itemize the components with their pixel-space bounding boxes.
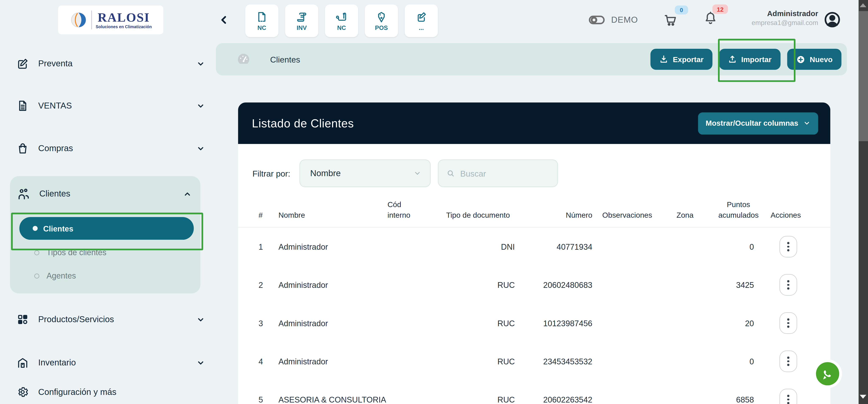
breadcrumb-title: Clientes [270, 55, 300, 64]
cell-tipo-documento: RUC [446, 278, 525, 292]
logo-divider [91, 10, 92, 29]
brand-tagline: Soluciones en Climatización [96, 25, 152, 29]
importar-button[interactable]: Importar [719, 49, 780, 70]
sidebar-item-configuracion[interactable]: Configuración y más [17, 380, 205, 404]
sidebar-item-label: Productos/Servicios [38, 315, 114, 324]
sidebar-item-label: Preventa [38, 59, 72, 69]
table-row: 2 Administrador RUC 20602480683 3425 [238, 266, 830, 304]
download-icon [659, 55, 669, 64]
quick-button-more[interactable]: ... [405, 4, 438, 37]
sidebar-collapse-chevron[interactable] [218, 13, 230, 27]
cell-num: 5 [258, 392, 278, 404]
search-placeholder: Buscar [460, 168, 486, 178]
show-hide-columns-button[interactable]: Mostrar/Ocultar columnas [698, 112, 818, 134]
user-name: Administrador [724, 9, 818, 18]
column-header-num: # [258, 210, 278, 220]
cell-num: 1 [258, 240, 278, 254]
table-header-row: # Nombre Cód interno Tipo de documento N… [238, 199, 830, 227]
quick-button-label: INV [297, 24, 307, 31]
button-label: Nuevo [810, 55, 833, 63]
chevron-down-icon [803, 120, 810, 127]
scrollbar[interactable] [859, 0, 868, 404]
cart-icon[interactable] [663, 12, 678, 27]
cell-nombre: Administrador [278, 354, 388, 369]
quick-button-label: NC [337, 24, 346, 31]
breadcrumb-bar: Clientes Exportar Importar [216, 43, 847, 75]
warehouse-icon [17, 356, 29, 369]
demo-mode-indicator[interactable]: DEMO [588, 13, 638, 27]
cell-nombre: ASESORIA & CONSULTORIA [278, 392, 388, 404]
sidebar-item-compras[interactable]: Compras [17, 136, 205, 161]
panel-title: Listado de Clientes [252, 117, 354, 130]
user-info[interactable]: Administrador empresa1@gmail.com [724, 9, 818, 27]
cell-tipo-documento: RUC [446, 316, 525, 330]
row-actions-kebab-button[interactable] [779, 312, 797, 334]
chevron-down-icon [196, 315, 205, 324]
quick-button-pos[interactable]: POS [365, 4, 398, 37]
cell-nombre: Administrador [278, 316, 388, 330]
app-window: RALOSI Soluciones en Climatización Preve… [0, 0, 868, 404]
sidebar-item-clientes[interactable]: Clientes [17, 182, 191, 206]
chevron-down-icon [414, 169, 422, 177]
quick-button-nc[interactable]: NC [245, 4, 278, 37]
sidebar-subitem-agentes[interactable]: Agentes [34, 269, 76, 283]
row-actions-kebab-button[interactable] [779, 350, 797, 372]
demo-label: DEMO [611, 15, 638, 25]
table-row: 1 Administrador DNI 40771934 0 [238, 228, 830, 266]
column-header-cod-interno: Cód interno [388, 199, 423, 220]
filter-selected-value: Nombre [310, 168, 341, 178]
globe-logo-icon [70, 11, 88, 29]
exportar-button[interactable]: Exportar [651, 49, 712, 70]
column-header-numero: Número [525, 210, 602, 220]
cell-numero: 20602263542 [525, 392, 602, 404]
cell-numero: 40771934 [525, 240, 602, 254]
column-header-acciones: Acciones [771, 210, 809, 220]
clientes-table: # Nombre Cód interno Tipo de documento N… [238, 199, 830, 404]
sidebar-item-ventas[interactable]: VENTAS [17, 93, 205, 118]
cell-numero: 20602480683 [525, 278, 602, 292]
scroll-down-arrow[interactable] [860, 395, 866, 399]
cell-puntos: 3425 [706, 278, 771, 292]
brand-name: RALOSI [98, 11, 150, 24]
toggle-switch-icon [588, 13, 606, 27]
sidebar-subitem-tipos-de-clientes[interactable]: Tipos de clientes [34, 246, 106, 259]
cell-num: 3 [258, 316, 278, 330]
button-label: Exportar [673, 55, 704, 63]
scroll-up-arrow[interactable] [860, 3, 866, 7]
quick-button-inv[interactable]: INV [285, 4, 318, 37]
chevron-up-icon [183, 190, 192, 198]
sidebar-subitem-clientes-active[interactable]: Clientes [19, 217, 194, 240]
shopping-bag-icon [17, 142, 29, 154]
nuevo-button[interactable]: Nuevo [787, 49, 841, 70]
people-group-icon [17, 187, 30, 200]
sidebar-item-label: Clientes [39, 189, 70, 199]
document-icon [256, 11, 268, 23]
scrollbar-thumb[interactable] [859, 11, 868, 141]
table-body: 1 Administrador DNI 40771934 0 2 Adminis… [238, 228, 830, 404]
sidebar-group-clientes: Clientes Clientes Tipos de clientes Agen… [10, 176, 200, 293]
filter-label: Filtrar por: [252, 168, 290, 178]
row-actions-kebab-button[interactable] [779, 389, 797, 404]
filter-field-select[interactable]: Nombre [300, 159, 431, 187]
subitem-label: Tipos de clientes [46, 248, 106, 257]
clientes-panel: Listado de Clientes Mostrar/Ocultar colu… [238, 102, 830, 404]
sidebar-item-preventa[interactable]: Preventa [17, 52, 205, 76]
avatar-icon[interactable] [824, 11, 841, 28]
cell-num: 2 [258, 278, 278, 292]
cell-numero: 23453453532 [525, 354, 602, 369]
whatsapp-button[interactable] [816, 362, 839, 385]
brand-logo[interactable]: RALOSI Soluciones en Climatización [58, 5, 163, 34]
quick-button-nc-2[interactable]: NC [325, 4, 358, 37]
sidebar-item-label: Inventario [38, 358, 76, 368]
search-input[interactable]: Buscar [438, 159, 558, 187]
row-actions-kebab-button[interactable] [779, 274, 797, 296]
row-actions-kebab-button[interactable] [779, 236, 797, 257]
sidebar-item-productos-servicios[interactable]: Productos/Servicios [17, 307, 205, 332]
cell-puntos: 0 [706, 240, 771, 254]
chevron-down-icon [196, 144, 205, 152]
sidebar-item-inventario[interactable]: Inventario [17, 350, 205, 375]
column-header-puntos: Puntos acumulados [706, 199, 771, 220]
cell-numero: 10123987456 [525, 316, 602, 330]
invoice-scroll-icon [296, 11, 308, 23]
cell-tipo-documento: DNI [446, 240, 525, 254]
